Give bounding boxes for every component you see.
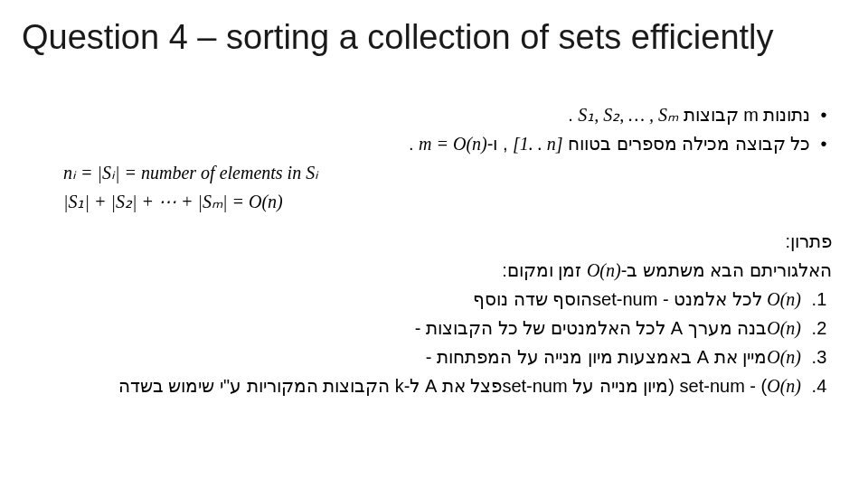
step-3: מיין את A באמצעות מיון מנייה על המפתחות … <box>36 343 807 371</box>
solution-steps: הוסף שדה נוסף set-num לכל אלמנט - O(n) ב… <box>36 286 832 399</box>
slide: Question 4 – sorting a collection of set… <box>0 0 868 488</box>
text: מיין את A באמצעות מיון מנייה על המפתחות … <box>420 347 767 367</box>
bullet-icon: • <box>816 130 832 157</box>
math: O(n) <box>587 260 621 280</box>
text: פצל את A ל-k הקבוצות המקוריות ע"י שימוש … <box>113 376 502 396</box>
text: ) - <box>745 376 767 396</box>
text: פתרון: <box>785 231 832 251</box>
text: נתונות m קבוצות <box>678 105 810 125</box>
intro-line-2: כל קבוצה מכילה מספרים בטווח [1. . n] , ו… <box>36 130 832 157</box>
text: set-num <box>680 376 745 396</box>
text: (מיון מנייה על <box>568 376 680 396</box>
slide-title: Question 4 – sorting a collection of set… <box>22 18 846 57</box>
solution-label: פתרון: <box>36 228 832 255</box>
math: O(n) <box>767 289 801 309</box>
math: S₁, S₂, … , Sₘ <box>578 105 678 125</box>
step-2: בנה מערך A לכל האלמנטים של כל הקבוצות - … <box>36 314 807 342</box>
math-line-2: |S₁| + |S₂| + ⋯ + |Sₘ| = O(n) <box>36 188 832 215</box>
text: הוסף שדה נוסף <box>467 289 592 309</box>
text: האלגוריתם הבא משתמש ב- <box>621 260 832 280</box>
text: set-num <box>502 376 567 396</box>
math: O(n) <box>767 376 801 396</box>
slide-content: נתונות m קבוצות S₁, S₂, … , Sₘ . • כל קב… <box>36 99 832 401</box>
intro-line-1: נתונות m קבוצות S₁, S₂, … , Sₘ . • <box>36 101 832 128</box>
math: O(n) <box>767 347 801 367</box>
text: . <box>568 105 578 125</box>
text: כל קבוצה מכילה מספרים בטווח <box>563 134 811 154</box>
math: m = O(n) <box>419 134 487 154</box>
math: O(n) <box>767 318 801 338</box>
math-line-1: nᵢ = |Sᵢ| = number of elements in Sᵢ <box>36 159 832 186</box>
step-1: הוסף שדה נוסף set-num לכל אלמנט - O(n) <box>36 286 807 313</box>
text: , ו- <box>487 134 513 154</box>
text: בנה מערך A לכל האלמנטים של כל הקבוצות - <box>410 318 767 338</box>
text: זמן ומקום: <box>502 260 587 280</box>
text: set-num <box>592 289 657 309</box>
math: [1. . n] <box>513 134 563 154</box>
solution-intro: האלגוריתם הבא משתמש ב-O(n) זמן ומקום: <box>36 257 832 284</box>
text: . <box>409 134 419 154</box>
bullet-icon: • <box>816 101 832 128</box>
text: לכל אלמנט - <box>657 289 767 309</box>
step-4: פצל את A ל-k הקבוצות המקוריות ע"י שימוש … <box>36 372 807 399</box>
